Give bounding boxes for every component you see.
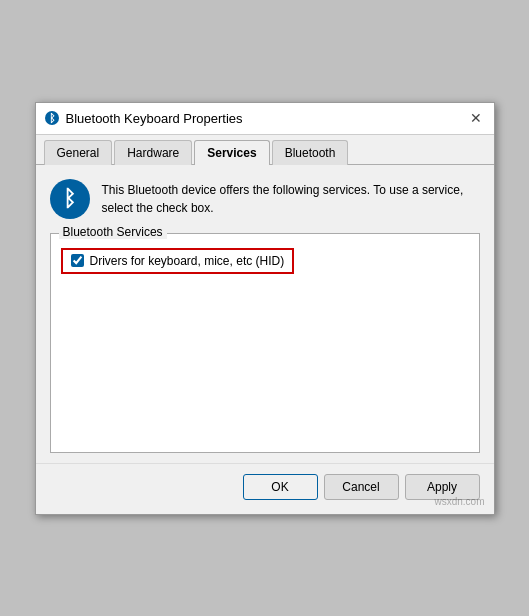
tab-bluetooth[interactable]: Bluetooth (272, 140, 349, 165)
cancel-button[interactable]: Cancel (324, 474, 399, 500)
info-row: ᛒ This Bluetooth device offers the follo… (50, 179, 480, 219)
window-title: Bluetooth Keyboard Properties (66, 111, 243, 126)
tab-services[interactable]: Services (194, 140, 269, 165)
title-bar-bluetooth-icon: ᛒ (44, 110, 60, 126)
tab-general[interactable]: General (44, 140, 113, 165)
bluetooth-icon: ᛒ (63, 188, 76, 210)
watermark: wsxdn.com (434, 496, 484, 507)
tabs-row: General Hardware Services Bluetooth (36, 135, 494, 165)
service-item-highlighted: Drivers for keyboard, mice, etc (HID) (61, 248, 295, 274)
title-bar-left: ᛒ Bluetooth Keyboard Properties (44, 110, 243, 126)
title-bar: ᛒ Bluetooth Keyboard Properties ✕ (36, 103, 494, 135)
svg-text:ᛒ: ᛒ (48, 112, 55, 124)
services-group: Bluetooth Services Drivers for keyboard,… (50, 233, 480, 453)
services-group-legend: Bluetooth Services (59, 225, 167, 239)
bottom-bar: OK Cancel Apply (36, 463, 494, 514)
service-label-hid: Drivers for keyboard, mice, etc (HID) (90, 254, 285, 268)
ok-button[interactable]: OK (243, 474, 318, 500)
info-text: This Bluetooth device offers the followi… (102, 179, 480, 217)
properties-dialog: ᛒ Bluetooth Keyboard Properties ✕ Genera… (35, 102, 495, 515)
close-button[interactable]: ✕ (466, 108, 486, 128)
bluetooth-icon-circle: ᛒ (50, 179, 90, 219)
service-checkbox-hid[interactable] (71, 254, 84, 267)
content-area: ᛒ This Bluetooth device offers the follo… (36, 165, 494, 463)
tab-hardware[interactable]: Hardware (114, 140, 192, 165)
